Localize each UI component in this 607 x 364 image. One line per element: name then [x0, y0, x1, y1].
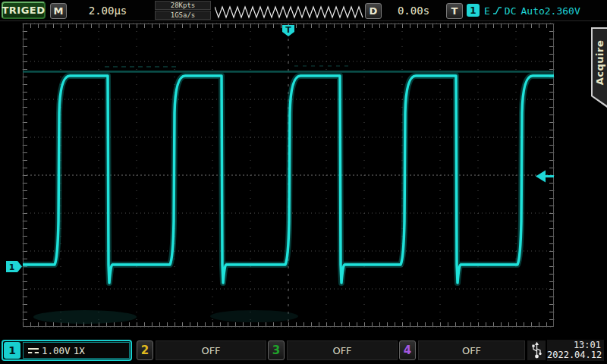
- channel2-status[interactable]: OFF: [156, 340, 266, 360]
- channel1-badge: 1: [4, 342, 20, 359]
- channel1-settings: 1.00V 1X: [23, 342, 130, 359]
- dc-coupling-icon: [28, 348, 39, 353]
- acquire-menu-tab-label: Acquire: [594, 40, 605, 86]
- acquisition-info-box: 28Kpts 1GSa/s: [155, 1, 211, 20]
- channel3-badge[interactable]: 3: [268, 340, 285, 360]
- channel1-cell[interactable]: 1 1.00V 1X: [2, 340, 132, 361]
- channel2-badge[interactable]: 2: [137, 340, 153, 360]
- ch1-ground-marker-label: 1: [9, 262, 15, 272]
- acquire-menu-tab[interactable]: Acquire: [591, 27, 607, 108]
- ch1-trace: [23, 76, 554, 283]
- clock-date: 2022.04.12: [547, 350, 601, 360]
- acquire-menu-tab-face: Acquire: [593, 29, 607, 105]
- usb-indicator: [527, 340, 546, 360]
- ch1-ground-marker[interactable]: 1: [6, 261, 22, 272]
- channel4-badge[interactable]: 4: [399, 340, 416, 360]
- channel1-volts-per-div: 1.00V: [42, 345, 71, 356]
- rising-edge-icon: [492, 5, 502, 16]
- channel-status-bar: 1 1.00V 1X 2 OFF 3 OFF 4 OFF 13:01 2022.: [0, 340, 607, 362]
- clock: 13:01 2022.04.12: [547, 340, 604, 361]
- usb-icon: [531, 341, 543, 359]
- horizontal-menu-button[interactable]: M: [50, 3, 67, 19]
- horizontal-position-readout: 0.00s: [383, 5, 444, 17]
- waveform-preview-icon: [215, 3, 363, 20]
- channel3-status[interactable]: OFF: [287, 340, 398, 360]
- trigger-menu-button[interactable]: T: [446, 3, 463, 19]
- memory-depth-readout: 28Kpts: [155, 1, 211, 10]
- trigger-level-marker[interactable]: [536, 171, 554, 183]
- timebase-readout: 2.00μs: [70, 5, 146, 17]
- trigger-position-marker-label: T: [285, 25, 291, 35]
- channel1-probe-ratio: 1X: [74, 345, 85, 356]
- trigger-settings-readout[interactable]: E DC Auto2.360V: [484, 4, 580, 17]
- delay-button[interactable]: D: [365, 3, 382, 19]
- trigger-mode-level-label: Auto2.360V: [521, 5, 580, 17]
- waveform-display: T 1: [23, 24, 554, 327]
- trigger-position-marker[interactable]: T: [282, 25, 294, 36]
- trigger-coupling-label: DC: [505, 5, 517, 17]
- trigger-status-indicator: TRIGED: [2, 2, 46, 19]
- trigger-source-badge: 1: [467, 4, 480, 17]
- trigger-edge-prefix: E: [484, 5, 490, 17]
- channel4-status[interactable]: OFF: [418, 340, 525, 360]
- sample-rate-readout: 1GSa/s: [155, 11, 211, 20]
- top-status-bar: TRIGED M 2.00μs 28Kpts 1GSa/s D 0.00s T …: [0, 0, 607, 21]
